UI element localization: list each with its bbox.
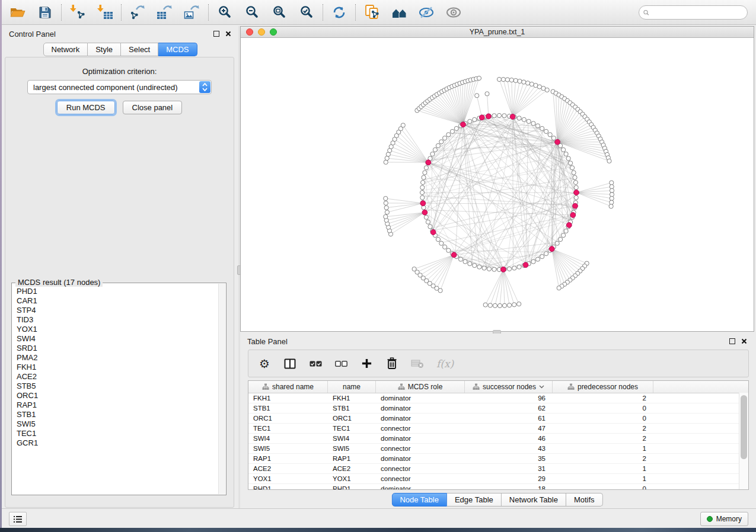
tab-select[interactable]: Select xyxy=(121,43,158,56)
criterion-select[interactable]: largest connected component (undirected) xyxy=(27,80,212,94)
network-window-titlebar[interactable]: YPA_prune.txt_1 xyxy=(241,27,754,38)
column-header-predecessor-nodes[interactable]: predecessor nodes xyxy=(553,381,653,393)
zoom-out-icon[interactable] xyxy=(244,4,260,21)
tab-network-table[interactable]: Network Table xyxy=(502,493,566,507)
float-panel-icon[interactable] xyxy=(213,30,219,39)
close-window-icon[interactable] xyxy=(246,28,253,36)
mcds-result-item[interactable]: SWI4 xyxy=(17,334,218,344)
cell: 62 xyxy=(465,405,553,412)
table-row[interactable]: FKH1FKH1dominator962 xyxy=(248,393,748,403)
desktop-wallpaper-bottom xyxy=(0,528,756,532)
memory-button[interactable]: Memory xyxy=(700,512,748,526)
table-scrollbar-thumb[interactable] xyxy=(741,395,747,459)
cell: connector xyxy=(376,465,465,472)
cell: ORC1 xyxy=(248,415,328,422)
delete-column-trash-icon[interactable] xyxy=(385,357,398,371)
table-row[interactable]: ACE2ACE2connector311 xyxy=(248,464,748,474)
task-history-button[interactable] xyxy=(9,512,27,526)
dominator-node xyxy=(523,262,528,268)
column-header-mcds-role[interactable]: MCDS role xyxy=(376,381,465,393)
table-row[interactable]: RAP1RAP1dominator352 xyxy=(248,454,748,464)
create-column-plus-icon[interactable] xyxy=(360,357,373,371)
mcds-list-scrollbar[interactable] xyxy=(218,284,225,494)
zoom-fit-icon[interactable] xyxy=(271,4,288,21)
table-row[interactable]: SWI5SWI5connector431 xyxy=(248,444,748,454)
mcds-result-item[interactable]: ORC1 xyxy=(17,391,218,400)
mcds-result-item[interactable]: TEC1 xyxy=(17,429,218,438)
mcds-result-item[interactable]: RAP1 xyxy=(17,400,218,410)
mcds-result-item[interactable]: FKH1 xyxy=(17,363,218,372)
unselect-all-columns-icon[interactable] xyxy=(334,357,347,371)
network-view-canvas[interactable] xyxy=(241,38,754,332)
mcds-result-item[interactable]: YOX1 xyxy=(17,325,218,334)
optimization-criterion-label: Optimization criterion: xyxy=(5,67,234,76)
open-file-icon[interactable] xyxy=(9,4,26,21)
mcds-result-item[interactable]: PHD1 xyxy=(17,287,218,296)
tab-mcds[interactable]: MCDS xyxy=(158,43,197,56)
table-row[interactable]: STB1STB1dominator620 xyxy=(248,403,748,414)
first-neighbors-icon[interactable] xyxy=(391,4,407,21)
cell: 2 xyxy=(553,455,653,462)
dominator-node xyxy=(422,210,428,215)
cell: TEC1 xyxy=(328,425,376,432)
maximize-window-icon[interactable] xyxy=(270,28,277,36)
table-scrollbar[interactable] xyxy=(739,393,748,489)
zoom-in-icon[interactable] xyxy=(216,4,233,21)
table-row[interactable]: PHD1PHD1dominator180 xyxy=(248,484,748,490)
cell: 47 xyxy=(465,425,553,432)
mcds-result-item[interactable]: TID3 xyxy=(17,315,218,325)
cell: STB1 xyxy=(328,405,376,412)
save-session-icon[interactable] xyxy=(37,4,53,21)
mcds-result-item[interactable]: STP4 xyxy=(17,306,218,315)
close-panel-icon[interactable] xyxy=(225,30,231,39)
show-graphics-details-icon[interactable] xyxy=(445,4,462,21)
table-row[interactable]: ORC1ORC1dominator610 xyxy=(248,414,748,424)
tab-style[interactable]: Style xyxy=(88,43,121,56)
mcds-result-item[interactable]: STB5 xyxy=(17,382,218,391)
column-header-name[interactable]: name xyxy=(328,381,376,393)
export-image-icon[interactable] xyxy=(184,4,200,21)
column-header-shared-name[interactable]: shared name xyxy=(248,381,328,393)
run-mcds-button[interactable]: Run MCDS xyxy=(57,101,115,114)
dominator-node xyxy=(566,223,572,228)
tab-network[interactable]: Network xyxy=(43,43,88,56)
mcds-result-item[interactable]: SWI5 xyxy=(17,419,218,429)
close-panel-button[interactable]: Close panel xyxy=(123,101,183,114)
select-all-columns-icon[interactable] xyxy=(309,357,322,371)
export-network-icon[interactable] xyxy=(129,4,146,21)
search-box[interactable] xyxy=(639,5,748,20)
refresh-icon[interactable] xyxy=(331,4,347,21)
sort-chevron-icon[interactable] xyxy=(539,385,544,389)
cell: 29 xyxy=(465,475,553,482)
float-table-panel-icon[interactable] xyxy=(729,337,735,346)
show-columns-icon[interactable] xyxy=(283,357,296,371)
table-row[interactable]: SWI4SWI4dominator462 xyxy=(248,434,748,444)
search-input[interactable] xyxy=(649,8,747,17)
table-body: FKH1FKH1dominator962STB1STB1dominator620… xyxy=(248,393,748,490)
memory-label: Memory xyxy=(716,515,742,523)
import-table-icon[interactable] xyxy=(97,4,113,21)
zoom-selected-icon[interactable] xyxy=(298,4,315,21)
mcds-result-item[interactable]: PMA2 xyxy=(17,353,218,363)
table-settings-gear-icon[interactable]: ⚙ xyxy=(258,357,271,371)
tab-node-table[interactable]: Node Table xyxy=(391,493,447,507)
mcds-result-item[interactable]: SRD1 xyxy=(17,344,218,353)
cell: ORC1 xyxy=(328,415,376,422)
tab-motifs[interactable]: Motifs xyxy=(566,493,603,507)
mcds-result-item[interactable]: ACE2 xyxy=(17,372,218,382)
close-table-panel-icon[interactable] xyxy=(741,337,747,346)
network-from-selection-icon[interactable] xyxy=(363,4,380,21)
mcds-result-item[interactable]: GCR1 xyxy=(17,438,218,448)
tab-edge-table[interactable]: Edge Table xyxy=(447,493,502,507)
export-table-icon[interactable] xyxy=(157,4,173,21)
table-row[interactable]: YOX1YOX1connector291 xyxy=(248,474,748,484)
minimize-window-icon[interactable] xyxy=(258,28,265,36)
mcds-result-item[interactable]: CAR1 xyxy=(17,296,218,306)
table-row[interactable]: TEC1TEC1connector472 xyxy=(248,424,748,434)
import-network-icon[interactable] xyxy=(69,4,86,21)
column-header-successor-nodes[interactable]: successor nodes xyxy=(465,381,553,393)
cell: FKH1 xyxy=(248,395,328,402)
mcds-result-list[interactable]: PHD1CAR1STP4TID3YOX1SWI4SRD1PMA2FKH1ACE2… xyxy=(12,284,218,493)
mcds-result-item[interactable]: STB1 xyxy=(17,410,218,419)
hide-graphics-details-icon[interactable] xyxy=(418,4,435,21)
